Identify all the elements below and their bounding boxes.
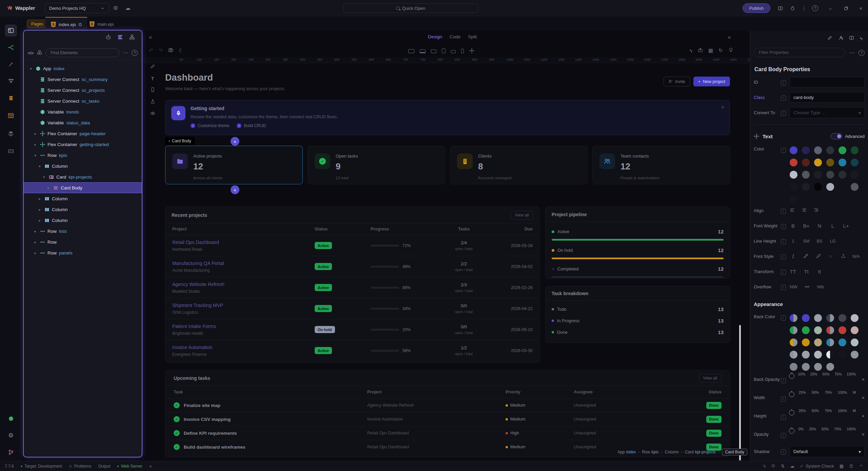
invite-button[interactable]: Invite xyxy=(664,77,690,86)
color-swatch[interactable] xyxy=(826,326,834,334)
clear-props-button[interactable] xyxy=(838,35,843,41)
export-button[interactable] xyxy=(698,47,703,54)
styles-panel-icon[interactable] xyxy=(5,58,17,70)
kpi-card-active-projects[interactable]: Active projects 12 Across all clients xyxy=(165,146,303,184)
view-tab-design[interactable]: Design xyxy=(428,34,442,39)
tree-item-server-connect-sc-summary[interactable]: Server Connect sc_summary xyxy=(24,74,142,85)
color-swatch[interactable] xyxy=(814,146,822,154)
tick-label[interactable]: 100% xyxy=(847,427,856,431)
color-swatch[interactable] xyxy=(802,363,810,371)
close-window-button[interactable]: × xyxy=(855,0,867,16)
color-swatch[interactable] xyxy=(839,339,846,346)
insert-before-button[interactable]: + xyxy=(231,137,239,146)
restore-button[interactable] xyxy=(840,0,852,16)
info-icon[interactable]: i xyxy=(781,239,786,244)
color-swatch[interactable] xyxy=(802,159,810,166)
convert-to-select[interactable]: Choose Type ...▾ xyxy=(790,107,865,118)
problems-button[interactable]: ⚠Problems xyxy=(69,464,92,469)
color-swatch[interactable] xyxy=(826,351,834,359)
overflow-option-nw[interactable]: NW xyxy=(790,284,797,289)
grid-toggle-button[interactable]: ▦ xyxy=(840,464,844,469)
tree-down-chevron-icon[interactable]: ▾ xyxy=(28,67,33,70)
id-field[interactable] xyxy=(790,77,865,87)
kpi-card-clients[interactable]: Clients 8 Accounts managed xyxy=(450,146,588,184)
actions-button[interactable]: ϟ xyxy=(860,36,863,41)
color-swatch[interactable] xyxy=(826,183,834,191)
tree-item-column[interactable]: ▾ Column xyxy=(24,161,142,171)
color-swatch[interactable] xyxy=(839,326,846,334)
color-swatch[interactable] xyxy=(790,326,797,334)
slider-thumb[interactable] xyxy=(789,392,794,397)
tree-right-chevron-icon[interactable]: ▸ xyxy=(33,240,38,244)
tree-right-chevron-icon[interactable]: ▸ xyxy=(37,197,42,201)
dark-mode-button[interactable]: ☾ xyxy=(179,47,183,54)
font-weight-option-l[interactable]: L xyxy=(829,223,836,229)
responsive-resize-button[interactable] xyxy=(469,48,474,54)
color-swatch[interactable] xyxy=(814,363,822,371)
terminal-button[interactable]: ϟ xyxy=(763,464,766,469)
overflow-option-item[interactable]: ••• xyxy=(804,284,811,289)
italic-icon[interactable]: I xyxy=(790,253,796,260)
info-icon[interactable]: i xyxy=(781,111,786,116)
breadcrumb-item-card-kpi-projects[interactable]: Cardkpi-projects xyxy=(685,450,716,454)
edit-element-button[interactable] xyxy=(150,64,155,70)
dom-tree-tab[interactable] xyxy=(129,34,135,42)
color-swatch[interactable] xyxy=(802,314,810,322)
breadcrumb-item-row-kpis[interactable]: Rowkpis xyxy=(642,450,658,454)
color-swatch[interactable] xyxy=(839,146,846,154)
tree-item-flex-container-page-header[interactable]: ▸ Flex Container page-header xyxy=(24,128,142,139)
new-project-button[interactable]: + New project xyxy=(693,77,730,86)
tick-label[interactable]: 50% xyxy=(812,409,819,413)
tree-item-variable-trends[interactable]: Variable trends xyxy=(24,106,142,117)
code-view-button[interactable]: </> xyxy=(28,50,34,56)
clear-height-icon[interactable]: × xyxy=(862,413,865,419)
tree-item-app-index[interactable]: ▾ App index xyxy=(24,63,142,74)
align-right-icon[interactable] xyxy=(813,207,819,214)
color-swatch[interactable] xyxy=(802,326,810,334)
tree-options-button[interactable]: ⋯ xyxy=(123,50,128,56)
tree-item-row-lists[interactable]: ▸ Row lists xyxy=(24,226,142,237)
filter-properties-input[interactable] xyxy=(754,48,845,57)
line-height-option-1[interactable]: 1 xyxy=(790,239,796,244)
project-link[interactable]: Retail Ops Dashboard xyxy=(172,240,219,245)
tree-right-chevron-icon[interactable]: ▸ xyxy=(46,186,51,190)
project-link[interactable]: Shipment Tracking MVP xyxy=(172,303,223,308)
color-swatch[interactable] xyxy=(814,183,822,191)
layers-panel-icon[interactable] xyxy=(5,127,17,140)
device-desktop-button[interactable] xyxy=(408,48,414,54)
tree-right-chevron-icon[interactable]: ▸ xyxy=(33,251,38,255)
font-style-na[interactable]: N/A xyxy=(852,254,860,259)
kpi-card-team-contacts[interactable]: Team contacts 12 People & stakeholders xyxy=(592,146,730,184)
view-all-tasks-button[interactable]: View all xyxy=(699,374,722,383)
view-all-projects-button[interactable]: View all xyxy=(511,211,533,220)
node-icon[interactable] xyxy=(5,412,17,425)
output-button[interactable]: Output xyxy=(98,464,110,469)
align-center-icon[interactable] xyxy=(802,207,807,214)
color-swatch[interactable] xyxy=(851,171,859,179)
color-swatch[interactable] xyxy=(851,339,859,346)
color-swatch[interactable] xyxy=(802,183,810,191)
color-swatch[interactable] xyxy=(826,146,834,154)
tick-label[interactable]: M xyxy=(853,390,856,394)
tick-label[interactable]: 25% xyxy=(798,409,806,413)
info-icon[interactable]: i xyxy=(781,209,786,214)
color-swatch[interactable] xyxy=(851,314,859,322)
color-swatch[interactable] xyxy=(814,351,822,359)
advanced-toggle[interactable] xyxy=(831,133,842,139)
transform-option-tt[interactable]: tt xyxy=(816,269,823,274)
color-swatch[interactable] xyxy=(802,146,810,154)
banner-close-icon[interactable]: × xyxy=(721,104,724,110)
device-phone-landscape-button[interactable] xyxy=(451,48,456,54)
info-icon[interactable]: i xyxy=(781,270,786,275)
color-swatch[interactable] xyxy=(802,351,810,359)
device-tablet-landscape-button[interactable] xyxy=(431,48,436,54)
ai-assistant-button[interactable] xyxy=(105,34,111,42)
grid-view-button[interactable]: ▦ xyxy=(708,47,713,54)
tick-label[interactable]: 75% xyxy=(834,372,842,376)
canvas-scrollbar[interactable] xyxy=(739,325,741,460)
project-link[interactable]: Patient Intake Forms xyxy=(172,324,216,329)
color-swatch[interactable] xyxy=(839,351,846,359)
color-swatch[interactable] xyxy=(814,326,822,334)
power-actions-button[interactable]: ϟ xyxy=(690,48,692,54)
project-link[interactable]: Invoice Automation xyxy=(172,345,212,350)
